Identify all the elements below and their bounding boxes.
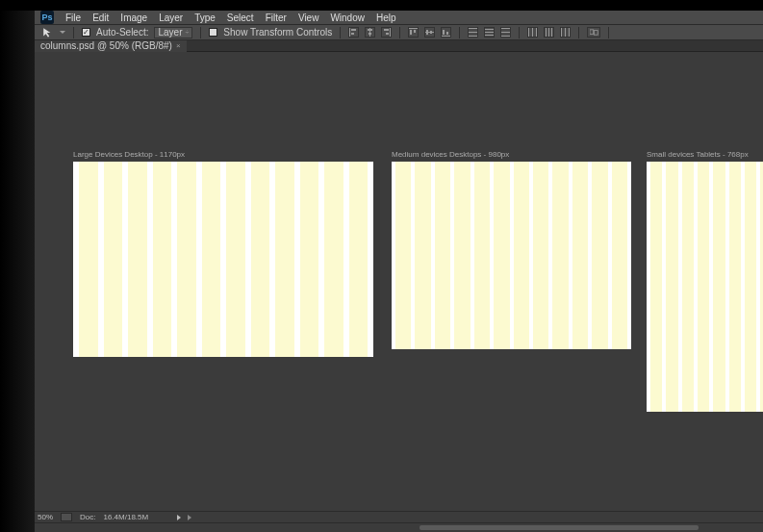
align-right-edges-icon[interactable] bbox=[381, 27, 392, 38]
app-logo-icon: Ps bbox=[40, 11, 54, 24]
svg-rect-17 bbox=[446, 32, 448, 35]
svg-rect-28 bbox=[532, 28, 533, 37]
dropdown-chevron-icon: ÷ bbox=[186, 29, 190, 36]
distribute-horizontal-icon[interactable] bbox=[544, 27, 554, 38]
svg-rect-33 bbox=[561, 28, 562, 37]
app-window: Ps File Edit Image Layer Type Select Fil… bbox=[35, 11, 763, 532]
align-bottom-edges-icon[interactable] bbox=[441, 27, 451, 38]
grid-column bbox=[202, 162, 221, 357]
align-top-edges-icon[interactable] bbox=[408, 27, 419, 38]
svg-rect-27 bbox=[528, 28, 529, 37]
grid-column bbox=[435, 162, 450, 349]
grid-column bbox=[454, 162, 470, 349]
artboard[interactable]: Small devices Tablets - 768px bbox=[647, 150, 763, 412]
grid-column bbox=[533, 162, 548, 349]
menu-view[interactable]: View bbox=[298, 13, 319, 23]
artboard[interactable]: Medium devices Desktops - 980px bbox=[392, 150, 631, 349]
artboard-surface[interactable] bbox=[647, 162, 763, 412]
auto-select-target-dropdown[interactable]: Layer ÷ bbox=[154, 27, 192, 38]
grid-column bbox=[612, 162, 627, 349]
grid-column bbox=[572, 162, 588, 349]
menu-bar: Ps File Edit Image Layer Type Select Fil… bbox=[35, 11, 763, 25]
align-vertical-centers-icon[interactable] bbox=[424, 27, 435, 38]
grid-column bbox=[177, 162, 196, 357]
column-gutter bbox=[627, 162, 631, 349]
grid-column bbox=[104, 162, 123, 357]
distribute-bottom-icon[interactable] bbox=[500, 27, 511, 38]
grid-column bbox=[552, 162, 568, 349]
dropdown-value: Layer bbox=[158, 27, 182, 38]
menu-image[interactable]: Image bbox=[120, 13, 147, 23]
grid-column bbox=[745, 162, 756, 412]
status-menu-icon[interactable] bbox=[188, 515, 191, 520]
artboard-surface[interactable] bbox=[392, 162, 631, 349]
grid-column bbox=[514, 162, 529, 349]
svg-rect-1 bbox=[351, 29, 356, 31]
menu-filter[interactable]: Filter bbox=[266, 13, 287, 23]
align-left-edges-icon[interactable] bbox=[348, 27, 359, 38]
grid-column bbox=[153, 162, 172, 357]
grid-column bbox=[698, 162, 709, 412]
menu-layer[interactable]: Layer bbox=[159, 13, 183, 23]
svg-rect-23 bbox=[485, 35, 494, 36]
scrollbar-thumb[interactable] bbox=[420, 525, 699, 530]
svg-rect-16 bbox=[443, 30, 445, 35]
zoom-level[interactable]: 50% bbox=[38, 513, 53, 521]
svg-rect-13 bbox=[426, 30, 428, 35]
svg-rect-9 bbox=[409, 28, 418, 29]
align-horizontal-centers-icon[interactable] bbox=[365, 27, 375, 38]
grid-column bbox=[324, 162, 343, 357]
svg-rect-20 bbox=[469, 36, 477, 37]
distribute-vertical-icon[interactable] bbox=[484, 27, 495, 38]
svg-rect-7 bbox=[384, 29, 389, 31]
options-bar: ✓ Auto-Select: Layer ÷ Show Transform Co… bbox=[35, 25, 763, 40]
auto-select-checkbox[interactable]: ✓ bbox=[82, 28, 90, 37]
grid-column bbox=[349, 162, 369, 357]
column-gutter bbox=[368, 162, 373, 357]
auto-align-icon[interactable] bbox=[587, 27, 600, 38]
svg-rect-24 bbox=[501, 28, 510, 29]
grid-column bbox=[713, 162, 725, 412]
grid-column bbox=[300, 162, 319, 357]
grid-column bbox=[395, 162, 411, 349]
svg-rect-26 bbox=[501, 36, 510, 37]
show-transform-checkbox[interactable] bbox=[209, 28, 217, 37]
grid-column bbox=[592, 162, 607, 349]
document-tab[interactable]: columns.psd @ 50% (RGB/8#) × bbox=[35, 40, 187, 52]
canvas-area[interactable]: Large Devices Desktop - 1170pxMedium dev… bbox=[35, 52, 763, 511]
horizontal-scrollbar[interactable] bbox=[35, 522, 763, 532]
artboard-label[interactable]: Small devices Tablets - 768px bbox=[647, 150, 763, 159]
svg-rect-6 bbox=[390, 28, 391, 37]
grid-column bbox=[128, 162, 147, 357]
svg-rect-35 bbox=[569, 28, 570, 37]
svg-rect-4 bbox=[368, 29, 372, 31]
menu-help[interactable]: Help bbox=[376, 13, 396, 23]
menu-edit[interactable]: Edit bbox=[92, 13, 109, 23]
svg-rect-22 bbox=[485, 32, 494, 33]
doc-info-value: 16.4M/18.5M bbox=[103, 513, 148, 521]
move-tool-icon[interactable] bbox=[42, 28, 54, 38]
svg-rect-15 bbox=[442, 36, 450, 37]
tool-preset-dropdown-icon[interactable] bbox=[60, 31, 65, 34]
menu-select[interactable]: Select bbox=[227, 13, 254, 23]
artboard-label[interactable]: Medium devices Desktops - 980px bbox=[392, 150, 631, 159]
status-play-icon[interactable] bbox=[177, 515, 181, 520]
status-preview-icon[interactable] bbox=[61, 513, 72, 521]
svg-rect-31 bbox=[548, 28, 549, 37]
artboard-surface[interactable] bbox=[73, 162, 373, 357]
artboard-label[interactable]: Large Devices Desktop - 1170px bbox=[73, 150, 373, 159]
grid-column bbox=[275, 162, 294, 357]
artboard[interactable]: Large Devices Desktop - 1170px bbox=[73, 150, 373, 357]
grid-column bbox=[666, 162, 677, 412]
document-tab-bar: columns.psd @ 50% (RGB/8#) × bbox=[35, 40, 763, 52]
menu-file[interactable]: File bbox=[65, 13, 81, 23]
menu-window[interactable]: Window bbox=[330, 13, 365, 23]
svg-rect-29 bbox=[536, 28, 537, 37]
status-bar: 50% Doc: 16.4M/18.5M bbox=[35, 511, 763, 522]
distribute-top-icon[interactable] bbox=[468, 27, 478, 38]
grid-column bbox=[474, 162, 490, 349]
distribute-left-icon[interactable] bbox=[527, 27, 538, 38]
tab-close-icon[interactable]: × bbox=[176, 41, 181, 50]
menu-type[interactable]: Type bbox=[194, 13, 216, 23]
distribute-right-icon[interactable] bbox=[560, 27, 571, 38]
